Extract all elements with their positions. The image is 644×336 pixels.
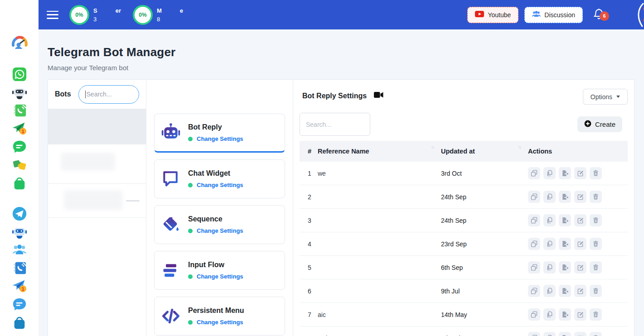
edit-icon[interactable] — [574, 261, 586, 274]
export-icon[interactable] — [559, 308, 571, 321]
bot-list-item[interactable] — [48, 109, 146, 144]
change-settings-link[interactable]: Change Settings — [197, 182, 243, 188]
whatsapp-icon[interactable] — [12, 67, 27, 82]
clone-icon[interactable] — [543, 191, 556, 203]
clone-icon[interactable] — [543, 167, 556, 179]
copy-icon[interactable] — [528, 285, 540, 297]
video-camera-icon[interactable] — [374, 91, 383, 100]
bots-list-title: Bots — [55, 90, 71, 98]
bots-search-field — [78, 85, 139, 104]
bot-reply-table: # Reference Name↑↓ Updated at↑↓ Actions … — [300, 141, 628, 336]
export-icon[interactable] — [559, 167, 571, 179]
export-icon[interactable] — [559, 261, 571, 274]
reference-name — [315, 279, 438, 303]
delete-icon[interactable] — [590, 332, 602, 336]
youtube-button[interactable]: Youtube — [467, 7, 518, 23]
integrations-puzzle-icon[interactable] — [12, 157, 27, 173]
sort-icon[interactable]: ↑↓ — [431, 144, 434, 149]
card-sequence[interactable]: Sequence Change Settings — [154, 205, 285, 244]
export-icon[interactable] — [559, 238, 571, 250]
bot-list-item[interactable] — [48, 144, 146, 183]
delete-icon[interactable] — [590, 191, 602, 203]
reference-name — [315, 256, 438, 279]
persistent-menu-icon — [161, 306, 181, 326]
notifications-bell[interactable]: 6 — [594, 8, 604, 22]
telegram-members-icon[interactable] — [12, 242, 27, 258]
table-row: 3 24th Sep — [300, 209, 628, 232]
delete-icon[interactable] — [590, 214, 602, 226]
updated-at: 24th Sep — [438, 185, 525, 209]
edit-icon[interactable] — [574, 167, 586, 179]
card-title: Chat Widget — [188, 169, 243, 178]
column-header-updated-at[interactable]: Updated at↑↓ — [438, 141, 525, 162]
clone-icon[interactable] — [543, 261, 556, 274]
card-title: Input Flow — [188, 261, 243, 269]
app-sidebar — [0, 0, 39, 336]
plus-circle-icon — [584, 120, 591, 129]
row-number: 5 — [300, 256, 315, 279]
bots-search-input[interactable] — [87, 91, 132, 98]
delete-icon[interactable] — [590, 261, 602, 274]
options-dropdown-button[interactable]: Options — [583, 89, 628, 105]
reference-name: Delay — [315, 326, 438, 336]
edit-icon[interactable] — [574, 332, 586, 336]
delete-icon[interactable] — [590, 167, 602, 179]
clone-icon[interactable] — [543, 214, 556, 226]
row-number: 4 — [300, 232, 315, 256]
export-icon[interactable] — [559, 214, 571, 226]
copy-icon[interactable] — [528, 261, 540, 274]
copy-icon[interactable] — [528, 308, 540, 321]
change-settings-link[interactable]: Change Settings — [197, 273, 243, 280]
change-settings-link[interactable]: Change Settings — [197, 135, 243, 142]
whatsapp-broadcast-icon[interactable] — [12, 121, 27, 136]
dashboard-gauge-icon[interactable] — [11, 34, 28, 51]
table-row: 4 23rd Sep — [300, 232, 628, 256]
card-input-flow[interactable]: Input Flow Change Settings — [154, 251, 285, 290]
whatsapp-bot-icon[interactable] — [12, 85, 27, 100]
delete-icon[interactable] — [590, 238, 602, 250]
whatsapp-call-icon[interactable] — [12, 103, 27, 118]
create-button[interactable]: Create — [577, 116, 622, 132]
table-row: 6 9th Jul — [300, 279, 628, 303]
telegram-contacts-icon[interactable] — [12, 260, 27, 276]
edit-icon[interactable] — [574, 308, 586, 321]
telegram-bot-icon[interactable] — [12, 224, 27, 240]
edit-icon[interactable] — [574, 285, 586, 297]
copy-icon[interactable] — [528, 167, 540, 179]
notification-count-badge: 6 — [600, 11, 609, 21]
sort-icon[interactable]: ↑↓ — [518, 144, 521, 149]
card-persistent-menu[interactable]: Persistent Menu Change Settings — [154, 297, 285, 336]
copy-icon[interactable] — [528, 191, 540, 203]
change-settings-link[interactable]: Change Settings — [197, 319, 243, 326]
reply-search-input[interactable] — [300, 113, 370, 136]
whatsapp-store-icon[interactable] — [12, 175, 27, 191]
edit-icon[interactable] — [574, 238, 586, 250]
telegram-chat-icon[interactable] — [12, 297, 27, 312]
clone-icon[interactable] — [543, 308, 556, 321]
column-header-num: # — [300, 141, 315, 162]
copy-icon[interactable] — [528, 238, 540, 250]
delete-icon[interactable] — [590, 308, 602, 321]
telegram-broadcast-icon[interactable] — [12, 278, 27, 294]
telegram-store-icon[interactable] — [12, 315, 27, 330]
hamburger-menu-icon[interactable] — [47, 11, 58, 19]
edit-icon[interactable] — [574, 191, 586, 203]
export-icon[interactable] — [559, 332, 571, 336]
telegram-icon[interactable] — [12, 206, 27, 221]
copy-icon[interactable] — [528, 214, 540, 226]
export-icon[interactable] — [559, 285, 571, 297]
column-header-reference-name[interactable]: Reference Name↑↓ — [315, 141, 438, 162]
discussion-button[interactable]: Discussion — [524, 7, 583, 23]
delete-icon[interactable] — [590, 285, 602, 297]
clone-icon[interactable] — [543, 285, 556, 297]
clone-icon[interactable] — [543, 332, 556, 336]
copy-icon[interactable] — [528, 332, 540, 336]
bot-list-item[interactable] — [48, 183, 146, 218]
clone-icon[interactable] — [543, 238, 556, 250]
card-bot-reply[interactable]: Bot Reply Change Settings — [154, 114, 285, 153]
card-chat-widget[interactable]: Chat Widget Change Settings — [154, 159, 285, 198]
export-icon[interactable] — [559, 191, 571, 203]
change-settings-link[interactable]: Change Settings — [197, 227, 243, 234]
edit-icon[interactable] — [574, 214, 586, 226]
whatsapp-chat-icon[interactable] — [12, 139, 27, 154]
